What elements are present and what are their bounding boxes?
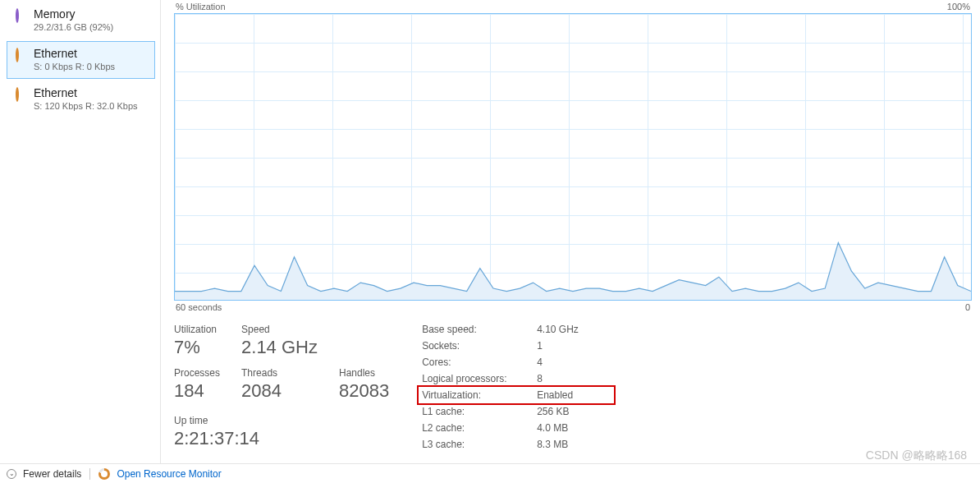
bottom-bar: ⌄ Fewer details Open Resource Monitor [0,463,980,483]
speed-value: 2.14 GHz [241,337,318,358]
chevron-down-icon[interactable]: ⌄ [7,469,16,479]
processes-label: Processes [174,367,220,379]
handles-value: 82083 [339,380,389,402]
ethernet-icon [16,49,27,61]
stats-right: Base speed:4.10 GHzSockets:1Cores:4Logic… [422,324,611,450]
detail-value: 4.0 MB [537,422,611,434]
detail-label: Sockets: [422,340,529,352]
utilization-chart [174,13,972,301]
chart-x-left: 60 seconds [176,302,222,312]
chart-x-right: 0 [965,302,970,312]
fewer-details-link[interactable]: Fewer details [23,468,81,480]
detail-label: Cores: [422,356,529,368]
uptime-value: 2:21:37:14 [174,428,389,449]
sidebar-item-sub: S: 0 Kbps R: 0 Kbps [34,62,115,71]
detail-value: 256 KB [537,406,611,417]
detail-value: 4 [537,356,611,368]
stats-area: Utilization 7% Speed 2.14 GHz Processes … [174,324,972,450]
threads-label: Threads [241,367,318,379]
sidebar: Memory 29.2/31.6 GB (92%) Ethernet S: 0 … [0,0,161,483]
performance-panel: % Utilization 100% 60 seconds 0 Utilizat… [161,0,980,483]
resource-monitor-icon[interactable] [98,468,110,480]
sidebar-item-title: Ethernet [34,86,138,99]
separator [89,468,90,480]
detail-label: L2 cache: [422,422,529,434]
sidebar-item-title: Ethernet [34,47,115,60]
utilization-label: Utilization [174,324,220,335]
sidebar-item-memory[interactable]: Memory 29.2/31.6 GB (92%) [7,2,155,39]
sidebar-item-title: Memory [34,7,113,21]
uptime-label: Up time [174,415,389,426]
detail-value: 4.10 GHz [537,324,611,335]
open-resource-monitor-link[interactable]: Open Resource Monitor [117,468,221,480]
threads-value: 2084 [241,380,318,402]
stats-left: Utilization 7% Speed 2.14 GHz Processes … [174,324,389,450]
chart-y-max: 100% [947,2,970,12]
handles-label: Handles [339,367,389,379]
detail-label: Base speed: [422,324,529,335]
sidebar-item-ethernet-1[interactable]: Ethernet S: 120 Kbps R: 32.0 Kbps [7,80,155,118]
speed-label: Speed [241,324,318,335]
utilization-value: 7% [174,337,220,358]
sidebar-item-sub: S: 120 Kbps R: 32.0 Kbps [34,101,138,111]
memory-icon [16,10,27,21]
chart-y-label: % Utilization [176,2,226,12]
detail-value: 1 [537,340,611,352]
ethernet-icon [16,89,27,100]
detail-label: L3 cache: [422,439,529,450]
sidebar-item-sub: 29.2/31.6 GB (92%) [34,22,113,32]
detail-label: L1 cache: [422,406,529,417]
detail-label: Virtualization: [422,389,529,401]
processes-value: 184 [174,380,220,402]
detail-value: Enabled [537,389,611,401]
sidebar-item-ethernet-0[interactable]: Ethernet S: 0 Kbps R: 0 Kbps [7,41,155,79]
detail-label: Logical processors: [422,373,529,384]
detail-value: 8.3 MB [537,439,611,450]
detail-value: 8 [537,373,611,384]
